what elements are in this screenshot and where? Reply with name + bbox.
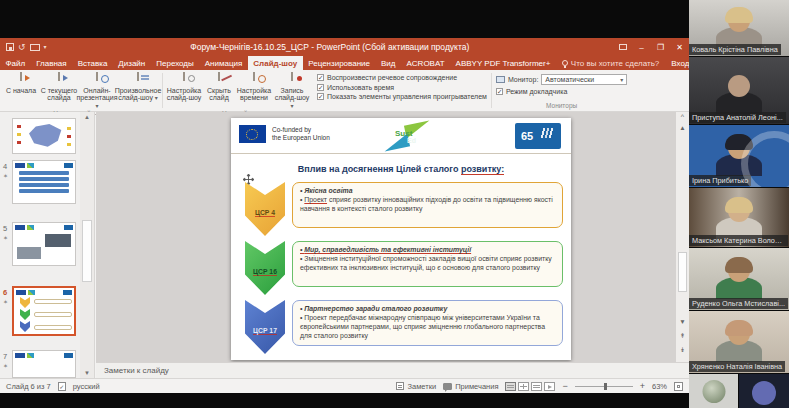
globe-screen-icon <box>96 72 98 81</box>
thumbnail-slide-6-selected[interactable] <box>12 286 76 336</box>
notes-toggle[interactable]: Заметки <box>396 382 436 391</box>
checkbox-checked-icon <box>317 84 324 91</box>
participant-video <box>716 200 762 239</box>
rehearse-timings-button[interactable]: Настройка времени <box>235 72 273 102</box>
slideshow-icon[interactable] <box>30 44 40 51</box>
tab-file[interactable]: Файл <box>0 56 31 70</box>
checkbox-show-media-controls[interactable]: Показать элементы управления проигрывате… <box>317 93 487 100</box>
thumbnail-slide-7[interactable] <box>12 350 76 378</box>
tab-review[interactable]: Рецензирование <box>303 56 376 70</box>
custom-slideshow-button[interactable]: Произвольное слайд-шоу ▾ <box>116 72 160 102</box>
tell-me-box[interactable]: Что вы хотите сделать? <box>556 56 665 70</box>
record-slideshow-button[interactable]: Запись слайд-шоу ▾ <box>273 72 311 109</box>
sdg-goal-item[interactable]: ЦСР 17 Партнерство заради сталого розвит… <box>245 300 563 354</box>
monitor-icon <box>496 76 505 83</box>
powerpoint-window: ↺ ▾ Форум-Чернігів-16.10.25_ЦСР - PowerP… <box>0 38 689 393</box>
thumbnail-slide-4[interactable] <box>12 160 76 204</box>
tab-transitions[interactable]: Переходы <box>151 56 200 70</box>
scroll-up-icon[interactable]: ▲ <box>676 124 689 131</box>
checkbox-play-narration[interactable]: Воспроизвести речевое сопровождение <box>317 74 487 81</box>
scroll-down-icon[interactable]: ▼ <box>676 318 689 325</box>
slideshow-view-icon[interactable] <box>544 382 555 391</box>
tab-design[interactable]: Дизайн <box>113 56 151 70</box>
slide-sorter-view-icon[interactable] <box>518 382 529 391</box>
previous-slide-icon[interactable]: ↟ <box>676 332 689 340</box>
fit-to-window-icon[interactable] <box>674 382 683 391</box>
next-slide-icon[interactable]: ↡ <box>676 346 689 354</box>
normal-view-icon[interactable] <box>505 382 516 391</box>
collapse-ribbon-icon[interactable]: ^ <box>676 113 689 120</box>
animation-star-icon: ✶ <box>3 298 8 305</box>
hide-slide-button[interactable]: Скрыть слайд <box>203 72 235 102</box>
comment-icon <box>443 383 452 390</box>
participant-video <box>716 260 762 299</box>
zoom-out-button[interactable]: − <box>562 381 567 391</box>
participant-tile[interactable]: Ірина Прибитько <box>689 125 789 187</box>
goal-chevron-green: ЦСР 16 <box>245 241 285 295</box>
slide[interactable]: Co-funded by the European Union Sust Ed … <box>231 118 571 360</box>
undo-icon[interactable]: ↺ <box>18 43 26 52</box>
sign-in-button[interactable]: Вход <box>665 56 689 70</box>
thumbnail-slide-5[interactable] <box>12 222 76 266</box>
maximize-button[interactable]: ❐ <box>651 38 670 56</box>
participant-tile[interactable] <box>689 374 738 408</box>
scroll-down-icon[interactable]: ▼ <box>80 370 94 376</box>
animation-star-icon: ✶ <box>3 172 8 179</box>
language-indicator[interactable]: русский <box>73 382 100 391</box>
tab-acrobat[interactable]: ACROBAT <box>401 56 450 70</box>
checkbox-use-timings[interactable]: Использовать время <box>317 84 487 91</box>
participant-tile[interactable] <box>739 374 789 408</box>
minimize-button[interactable]: – <box>632 38 651 56</box>
setup-slideshow-button[interactable]: Настройка слайд-шоу <box>165 72 203 102</box>
monitor-dropdown[interactable]: Автоматически ▾ <box>541 74 627 85</box>
zoom-slider[interactable] <box>575 386 633 387</box>
zoom-level[interactable]: 63% <box>652 382 667 391</box>
participant-name: Руденко Ольга Мстиславі... <box>689 298 788 309</box>
zoom-in-button[interactable]: + <box>640 381 645 391</box>
dropdown-caret-icon: ▾ <box>290 103 293 109</box>
tab-abbyy[interactable]: ABBYY PDF Transformer+ <box>450 56 556 70</box>
sdg-goal-item[interactable]: ЦСР 16 Мир, справедливість та ефективні … <box>245 241 563 295</box>
participant-tile[interactable]: Приступа Анатолій Леоні... <box>689 57 789 124</box>
tab-home[interactable]: Главная <box>31 56 72 70</box>
participant-tile[interactable]: Хряненко Наталія Іванівна <box>689 311 789 373</box>
participant-tile[interactable]: Коваль Крістіна Павлівна <box>689 0 789 56</box>
sdg-goal-item[interactable]: ЦСР 4 Якісна освіта Проект сприяє розвит… <box>245 182 563 236</box>
spellcheck-underlined-word: розвитку: <box>461 164 504 175</box>
tab-view[interactable]: Вид <box>376 56 401 70</box>
scroll-up-icon[interactable]: ▲ <box>80 114 94 120</box>
thumbnail-scrollbar[interactable]: ▲ ▼ <box>80 112 94 378</box>
zoom-slider-handle[interactable] <box>604 383 607 390</box>
thumbnail-slide-3[interactable] <box>12 118 76 154</box>
ribbon-display-icon[interactable] <box>613 38 632 56</box>
save-icon[interactable] <box>6 43 14 51</box>
comments-toggle[interactable]: Примечания <box>443 382 498 391</box>
ribbon-group-monitors: Монитор: Автоматически ▾ Режим докладчик… <box>492 70 631 111</box>
goal-text-box: Партнерство заради сталого розвитку Прое… <box>292 300 563 346</box>
notes-icon <box>396 382 404 390</box>
scrollbar-thumb[interactable] <box>678 252 687 292</box>
participant-name: Хряненко Наталія Іванівна <box>689 361 785 372</box>
from-beginning-button[interactable]: С начала <box>2 72 40 94</box>
spellcheck-icon[interactable] <box>58 382 66 391</box>
checkbox-checked-icon <box>317 74 324 81</box>
tab-insert[interactable]: Вставка <box>72 56 113 70</box>
reading-view-icon[interactable] <box>531 382 542 391</box>
tab-animation[interactable]: Анимация <box>199 56 248 70</box>
slide-canvas: Co-funded by the European Union Sust Ed … <box>96 112 676 362</box>
notes-pane[interactable]: Заметки к слайду <box>96 362 689 378</box>
tab-slideshow[interactable]: Слайд-шоу <box>248 56 303 70</box>
from-current-slide-button[interactable]: С текущего слайда <box>40 72 78 102</box>
setup-checkboxes: Воспроизвести речевое сопровождение Испо… <box>313 70 491 111</box>
checkbox-presenter-view[interactable]: Режим докладчика <box>496 88 627 95</box>
canvas-scrollbar[interactable]: ^ ▲ ▼ ↟ ↡ <box>676 112 689 362</box>
ribbon-tabs: Файл Главная Вставка Дизайн Переходы Ани… <box>0 56 689 70</box>
ribbon-group-setup: Настройка слайд-шоу Скрыть слайд Настрой… <box>163 70 313 111</box>
slide-title[interactable]: Вплив на досягнення Цілей сталого розвит… <box>231 164 571 174</box>
participant-tile[interactable]: Руденко Ольга Мстиславі... <box>689 248 789 310</box>
online-presentation-button[interactable]: Онлайн-презентация ▾ <box>78 72 116 109</box>
close-button[interactable]: ✕ <box>670 38 689 56</box>
scrollbar-thumb[interactable] <box>82 220 92 282</box>
participant-tile[interactable]: Максьом Катерина Волод... <box>689 188 789 247</box>
thumbnail-number: 4 <box>3 162 7 171</box>
